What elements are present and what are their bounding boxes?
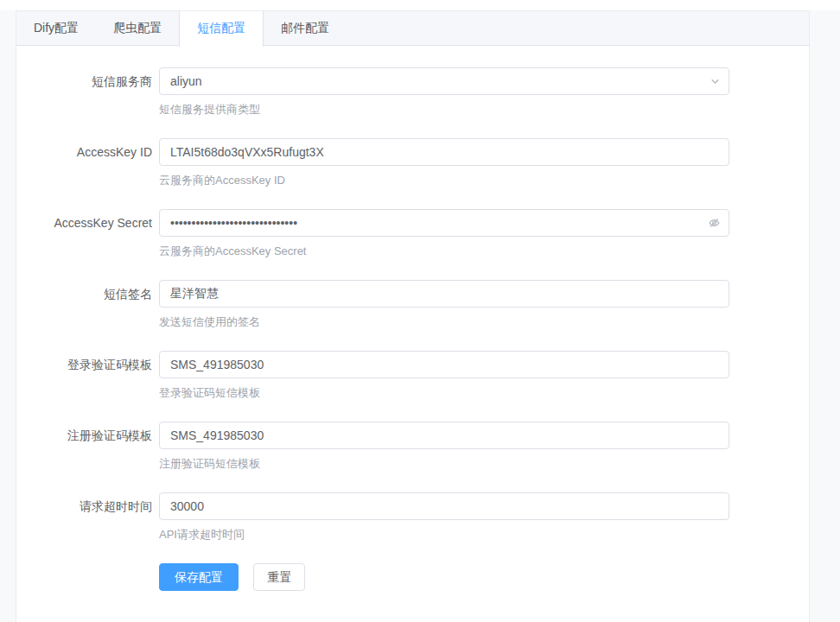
- form-item-sms-provider: 短信服务商 aliyun 短信服务提供商类型: [29, 67, 796, 117]
- page-background-right: [810, 10, 840, 622]
- sms-signature-help: 发送短信使用的签名: [159, 314, 729, 330]
- accesskey-secret-input[interactable]: [160, 210, 729, 236]
- form-item-sms-signature: 短信签名 发送短信使用的签名: [29, 280, 796, 330]
- sms-provider-help: 短信服务提供商类型: [159, 102, 729, 117]
- request-timeout-label: 请求超时时间: [29, 492, 159, 543]
- form-item-login-code-template: 登录验证码模板 登录验证码短信模板: [29, 351, 796, 401]
- chevron-down-icon: [710, 76, 721, 87]
- accesskey-secret-help: 云服务商的AccessKey Secret: [159, 244, 729, 259]
- register-code-template-input[interactable]: [160, 422, 729, 448]
- request-timeout-input[interactable]: [160, 493, 729, 519]
- accesskey-secret-label: AccessKey Secret: [29, 209, 159, 259]
- form-item-accesskey-secret: AccessKey Secret 云服务商的AccessKey Secret: [29, 209, 796, 259]
- accesskey-id-input[interactable]: [160, 139, 729, 165]
- sms-provider-select[interactable]: aliyun: [159, 67, 729, 95]
- login-code-template-input[interactable]: [160, 352, 729, 378]
- register-code-template-label: 注册验证码模板: [29, 422, 159, 472]
- sms-config-form: 短信服务商 aliyun 短信服务提供商类型 AccessKey ID 云服务商…: [16, 46, 809, 591]
- tab-sms-config[interactable]: 短信配置: [179, 11, 264, 47]
- page-background-left: [0, 10, 16, 622]
- accesskey-id-help: 云服务商的AccessKey ID: [159, 173, 729, 188]
- register-code-template-help: 注册验证码短信模板: [159, 456, 729, 472]
- eye-off-icon[interactable]: [708, 217, 721, 230]
- request-timeout-help: API请求超时时间: [159, 527, 729, 543]
- form-item-register-code-template: 注册验证码模板 注册验证码短信模板: [29, 422, 796, 472]
- button-row-spacer: [29, 563, 159, 591]
- tab-dify-config[interactable]: Dify配置: [16, 11, 96, 45]
- form-item-request-timeout: 请求超时时间 API请求超时时间: [29, 492, 796, 543]
- reset-button[interactable]: 重置: [253, 563, 305, 591]
- login-code-template-label: 登录验证码模板: [29, 351, 159, 401]
- accesskey-id-label: AccessKey ID: [29, 138, 159, 188]
- login-code-template-help: 登录验证码短信模板: [159, 385, 729, 401]
- form-buttons-row: 保存配置 重置: [29, 563, 796, 591]
- sms-signature-label: 短信签名: [29, 280, 159, 330]
- tabs-header: Dify配置 爬虫配置 短信配置 邮件配置: [16, 11, 809, 46]
- form-item-accesskey-id: AccessKey ID 云服务商的AccessKey ID: [29, 138, 796, 188]
- config-card: Dify配置 爬虫配置 短信配置 邮件配置 短信服务商 aliyun 短信服务提…: [16, 10, 810, 622]
- tab-crawler-config[interactable]: 爬虫配置: [96, 11, 179, 45]
- sms-signature-input[interactable]: [160, 281, 729, 307]
- sms-provider-label: 短信服务商: [29, 67, 159, 117]
- save-config-button[interactable]: 保存配置: [159, 563, 239, 591]
- sms-provider-selected-value: aliyun: [160, 74, 213, 88]
- tab-mail-config[interactable]: 邮件配置: [264, 11, 347, 45]
